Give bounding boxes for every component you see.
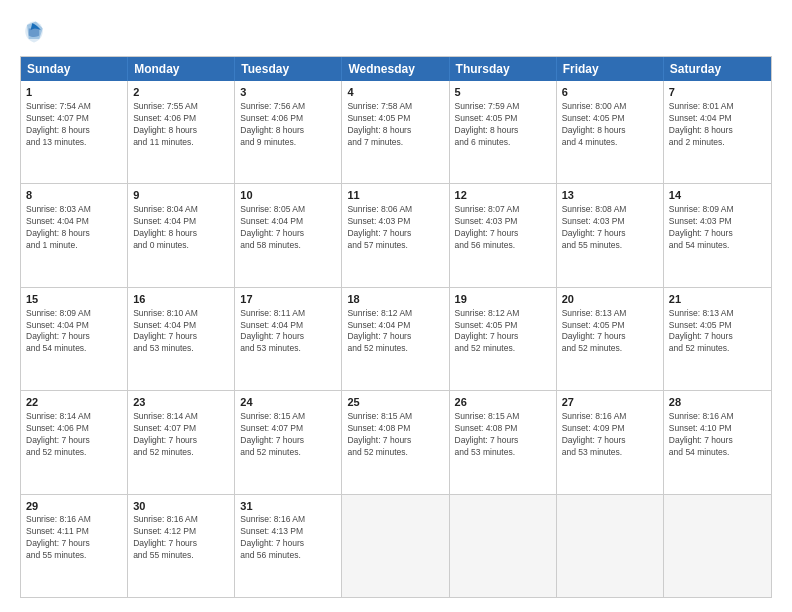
- day-number-23: 23: [133, 395, 229, 410]
- day-info-6: Sunrise: 8:00 AM Sunset: 4:05 PM Dayligh…: [562, 101, 658, 149]
- day-number-31: 31: [240, 499, 336, 514]
- day-header-friday: Friday: [557, 57, 664, 81]
- day-number-16: 16: [133, 292, 229, 307]
- calendar-day-26: 26Sunrise: 8:15 AM Sunset: 4:08 PM Dayli…: [450, 391, 557, 493]
- day-number-29: 29: [26, 499, 122, 514]
- calendar-day-2: 2Sunrise: 7:55 AM Sunset: 4:06 PM Daylig…: [128, 81, 235, 183]
- day-number-15: 15: [26, 292, 122, 307]
- calendar-day-1: 1Sunrise: 7:54 AM Sunset: 4:07 PM Daylig…: [21, 81, 128, 183]
- calendar-day-23: 23Sunrise: 8:14 AM Sunset: 4:07 PM Dayli…: [128, 391, 235, 493]
- day-number-2: 2: [133, 85, 229, 100]
- day-number-7: 7: [669, 85, 766, 100]
- day-info-18: Sunrise: 8:12 AM Sunset: 4:04 PM Dayligh…: [347, 308, 443, 356]
- day-number-25: 25: [347, 395, 443, 410]
- day-info-20: Sunrise: 8:13 AM Sunset: 4:05 PM Dayligh…: [562, 308, 658, 356]
- day-number-27: 27: [562, 395, 658, 410]
- day-header-wednesday: Wednesday: [342, 57, 449, 81]
- day-info-7: Sunrise: 8:01 AM Sunset: 4:04 PM Dayligh…: [669, 101, 766, 149]
- day-info-27: Sunrise: 8:16 AM Sunset: 4:09 PM Dayligh…: [562, 411, 658, 459]
- day-number-20: 20: [562, 292, 658, 307]
- day-header-thursday: Thursday: [450, 57, 557, 81]
- day-info-21: Sunrise: 8:13 AM Sunset: 4:05 PM Dayligh…: [669, 308, 766, 356]
- calendar-week-1: 1Sunrise: 7:54 AM Sunset: 4:07 PM Daylig…: [21, 81, 771, 183]
- day-info-14: Sunrise: 8:09 AM Sunset: 4:03 PM Dayligh…: [669, 204, 766, 252]
- calendar-day-17: 17Sunrise: 8:11 AM Sunset: 4:04 PM Dayli…: [235, 288, 342, 390]
- day-number-26: 26: [455, 395, 551, 410]
- day-info-5: Sunrise: 7:59 AM Sunset: 4:05 PM Dayligh…: [455, 101, 551, 149]
- day-number-30: 30: [133, 499, 229, 514]
- day-info-17: Sunrise: 8:11 AM Sunset: 4:04 PM Dayligh…: [240, 308, 336, 356]
- day-info-1: Sunrise: 7:54 AM Sunset: 4:07 PM Dayligh…: [26, 101, 122, 149]
- calendar-day-10: 10Sunrise: 8:05 AM Sunset: 4:04 PM Dayli…: [235, 184, 342, 286]
- day-number-11: 11: [347, 188, 443, 203]
- day-number-5: 5: [455, 85, 551, 100]
- calendar-day-29: 29Sunrise: 8:16 AM Sunset: 4:11 PM Dayli…: [21, 495, 128, 597]
- day-number-4: 4: [347, 85, 443, 100]
- day-number-22: 22: [26, 395, 122, 410]
- calendar: Sunday Monday Tuesday Wednesday Thursday…: [20, 56, 772, 598]
- calendar-day-31: 31Sunrise: 8:16 AM Sunset: 4:13 PM Dayli…: [235, 495, 342, 597]
- calendar-week-2: 8Sunrise: 8:03 AM Sunset: 4:04 PM Daylig…: [21, 183, 771, 286]
- calendar-week-4: 22Sunrise: 8:14 AM Sunset: 4:06 PM Dayli…: [21, 390, 771, 493]
- calendar-day-25: 25Sunrise: 8:15 AM Sunset: 4:08 PM Dayli…: [342, 391, 449, 493]
- day-info-16: Sunrise: 8:10 AM Sunset: 4:04 PM Dayligh…: [133, 308, 229, 356]
- day-info-28: Sunrise: 8:16 AM Sunset: 4:10 PM Dayligh…: [669, 411, 766, 459]
- day-number-10: 10: [240, 188, 336, 203]
- calendar-day-4: 4Sunrise: 7:58 AM Sunset: 4:05 PM Daylig…: [342, 81, 449, 183]
- calendar-day-empty: [450, 495, 557, 597]
- day-info-3: Sunrise: 7:56 AM Sunset: 4:06 PM Dayligh…: [240, 101, 336, 149]
- day-info-15: Sunrise: 8:09 AM Sunset: 4:04 PM Dayligh…: [26, 308, 122, 356]
- day-number-18: 18: [347, 292, 443, 307]
- calendar-day-5: 5Sunrise: 7:59 AM Sunset: 4:05 PM Daylig…: [450, 81, 557, 183]
- day-number-17: 17: [240, 292, 336, 307]
- calendar-day-11: 11Sunrise: 8:06 AM Sunset: 4:03 PM Dayli…: [342, 184, 449, 286]
- day-info-9: Sunrise: 8:04 AM Sunset: 4:04 PM Dayligh…: [133, 204, 229, 252]
- day-info-29: Sunrise: 8:16 AM Sunset: 4:11 PM Dayligh…: [26, 514, 122, 562]
- logo-icon: [20, 18, 48, 46]
- day-number-9: 9: [133, 188, 229, 203]
- page: Sunday Monday Tuesday Wednesday Thursday…: [0, 0, 792, 612]
- calendar-day-6: 6Sunrise: 8:00 AM Sunset: 4:05 PM Daylig…: [557, 81, 664, 183]
- calendar-day-empty: [557, 495, 664, 597]
- calendar-day-8: 8Sunrise: 8:03 AM Sunset: 4:04 PM Daylig…: [21, 184, 128, 286]
- day-info-10: Sunrise: 8:05 AM Sunset: 4:04 PM Dayligh…: [240, 204, 336, 252]
- day-number-24: 24: [240, 395, 336, 410]
- calendar-day-19: 19Sunrise: 8:12 AM Sunset: 4:05 PM Dayli…: [450, 288, 557, 390]
- calendar-day-21: 21Sunrise: 8:13 AM Sunset: 4:05 PM Dayli…: [664, 288, 771, 390]
- day-number-21: 21: [669, 292, 766, 307]
- day-info-25: Sunrise: 8:15 AM Sunset: 4:08 PM Dayligh…: [347, 411, 443, 459]
- calendar-day-3: 3Sunrise: 7:56 AM Sunset: 4:06 PM Daylig…: [235, 81, 342, 183]
- calendar-day-28: 28Sunrise: 8:16 AM Sunset: 4:10 PM Dayli…: [664, 391, 771, 493]
- calendar-week-5: 29Sunrise: 8:16 AM Sunset: 4:11 PM Dayli…: [21, 494, 771, 597]
- day-info-22: Sunrise: 8:14 AM Sunset: 4:06 PM Dayligh…: [26, 411, 122, 459]
- calendar-day-27: 27Sunrise: 8:16 AM Sunset: 4:09 PM Dayli…: [557, 391, 664, 493]
- calendar-body: 1Sunrise: 7:54 AM Sunset: 4:07 PM Daylig…: [21, 81, 771, 597]
- day-info-2: Sunrise: 7:55 AM Sunset: 4:06 PM Dayligh…: [133, 101, 229, 149]
- day-header-sunday: Sunday: [21, 57, 128, 81]
- logo: [20, 18, 52, 46]
- day-info-4: Sunrise: 7:58 AM Sunset: 4:05 PM Dayligh…: [347, 101, 443, 149]
- calendar-day-16: 16Sunrise: 8:10 AM Sunset: 4:04 PM Dayli…: [128, 288, 235, 390]
- header: [20, 18, 772, 46]
- day-number-12: 12: [455, 188, 551, 203]
- day-header-monday: Monday: [128, 57, 235, 81]
- calendar-day-24: 24Sunrise: 8:15 AM Sunset: 4:07 PM Dayli…: [235, 391, 342, 493]
- calendar-day-20: 20Sunrise: 8:13 AM Sunset: 4:05 PM Dayli…: [557, 288, 664, 390]
- day-number-19: 19: [455, 292, 551, 307]
- day-info-30: Sunrise: 8:16 AM Sunset: 4:12 PM Dayligh…: [133, 514, 229, 562]
- calendar-day-15: 15Sunrise: 8:09 AM Sunset: 4:04 PM Dayli…: [21, 288, 128, 390]
- day-info-11: Sunrise: 8:06 AM Sunset: 4:03 PM Dayligh…: [347, 204, 443, 252]
- calendar-day-empty: [342, 495, 449, 597]
- calendar-day-empty: [664, 495, 771, 597]
- day-info-31: Sunrise: 8:16 AM Sunset: 4:13 PM Dayligh…: [240, 514, 336, 562]
- calendar-day-14: 14Sunrise: 8:09 AM Sunset: 4:03 PM Dayli…: [664, 184, 771, 286]
- day-header-tuesday: Tuesday: [235, 57, 342, 81]
- day-number-1: 1: [26, 85, 122, 100]
- day-info-19: Sunrise: 8:12 AM Sunset: 4:05 PM Dayligh…: [455, 308, 551, 356]
- calendar-day-7: 7Sunrise: 8:01 AM Sunset: 4:04 PM Daylig…: [664, 81, 771, 183]
- day-number-3: 3: [240, 85, 336, 100]
- day-info-12: Sunrise: 8:07 AM Sunset: 4:03 PM Dayligh…: [455, 204, 551, 252]
- day-header-saturday: Saturday: [664, 57, 771, 81]
- day-number-14: 14: [669, 188, 766, 203]
- calendar-day-13: 13Sunrise: 8:08 AM Sunset: 4:03 PM Dayli…: [557, 184, 664, 286]
